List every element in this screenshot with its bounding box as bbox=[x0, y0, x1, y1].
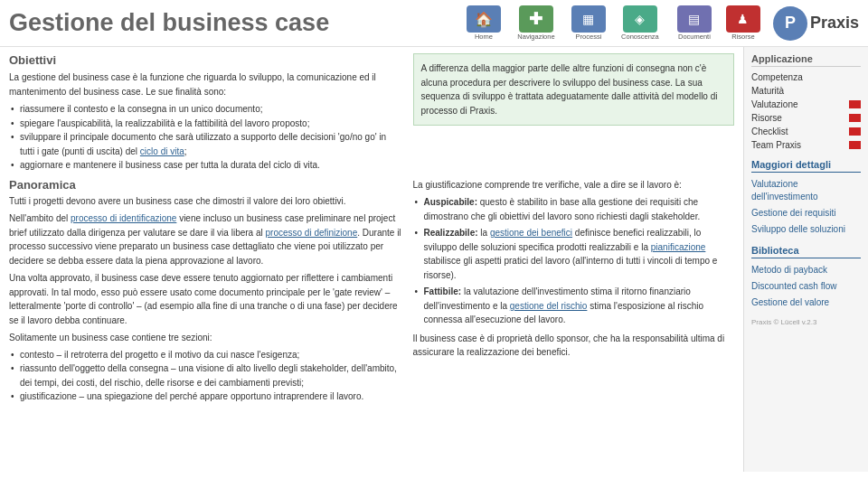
sidebar-checklist[interactable]: Checklist bbox=[751, 125, 861, 138]
obiettivi-intro: La gestione del business case è la funzi… bbox=[9, 70, 402, 99]
sidebar-valutazione[interactable]: Valutazione bbox=[751, 98, 861, 111]
right-sidebar: Applicazione Competenza Maturità Valutaz… bbox=[743, 47, 868, 472]
right-p1: La giustificazione comprende tre verific… bbox=[413, 178, 735, 192]
detail-item-2[interactable]: Sviluppo delle soluzioni bbox=[751, 221, 861, 238]
highlight-box: A differenza della maggior parte delle a… bbox=[413, 53, 735, 126]
bullet-4: • aggiornare e mantenere il business cas… bbox=[9, 158, 402, 173]
proc-def-link[interactable]: processo di definizione bbox=[265, 228, 357, 238]
sidebar-competenza[interactable]: Competenza bbox=[751, 70, 861, 84]
proc-id-link[interactable]: processo di identificazione bbox=[71, 213, 176, 223]
library-item-0[interactable]: Metodo di payback bbox=[751, 262, 861, 278]
sidebar-risorse[interactable]: Risorse bbox=[751, 111, 861, 125]
bullet-1: • riassumere il contesto e la consegna i… bbox=[9, 102, 402, 117]
flag-team-praxis bbox=[849, 141, 861, 149]
library-item-1[interactable]: Discounted cash flow bbox=[751, 278, 861, 295]
ciclo-vita-link[interactable]: ciclo di vita bbox=[140, 146, 184, 156]
panoramica-section: Panoramica Tutti i progetti devono avere… bbox=[9, 178, 734, 404]
nav-home[interactable]: 🏠 Home bbox=[461, 5, 506, 41]
flag-valutazione bbox=[849, 100, 861, 108]
pan-bullet-2: • riassunto dell'oggetto della consegna … bbox=[9, 361, 402, 389]
gestione-benefici-link[interactable]: gestione dei benefici bbox=[490, 228, 572, 238]
flag-risorse bbox=[849, 114, 861, 122]
bullet-3: • sviluppare il principale documento che… bbox=[9, 130, 402, 158]
panoramica-p4: Solitamente un business case contiene tr… bbox=[9, 331, 402, 345]
right-bullet-1: • Auspicabile: questo è stabilito in bas… bbox=[413, 195, 735, 223]
panoramica-p3: Una volta approvato, il business case de… bbox=[9, 271, 402, 327]
page-title: Gestione del business case bbox=[9, 9, 461, 37]
content-area: Obiettivi La gestione del business case … bbox=[0, 47, 743, 472]
praxis-logo: P Praxis bbox=[773, 6, 859, 41]
applicazione-title: Applicazione bbox=[751, 53, 861, 67]
applicazione-section: Applicazione Competenza Maturità Valutaz… bbox=[751, 53, 861, 152]
nav-processi[interactable]: ▦ Processi bbox=[566, 5, 611, 41]
obiettivi-bullets: • riassumere il contesto e la consegna i… bbox=[9, 102, 402, 173]
dettagli-title: Maggiori dettagli bbox=[751, 159, 861, 173]
right-bullet-2: • Realizzabile: la gestione dei benefici… bbox=[413, 226, 735, 282]
nav-conoscenza[interactable]: ◈ Conoscenza bbox=[614, 5, 666, 41]
right-closing: Il business case è di proprietà dello sp… bbox=[413, 332, 735, 360]
sidebar-team-praxis[interactable]: Team Praxis bbox=[751, 138, 861, 152]
right-bullet-3: • Fattibile: la valutazione dell'investi… bbox=[413, 285, 735, 327]
nav-bar: 🏠 Home ✚ Navigazione ▦ Processi ◈ Conosc… bbox=[461, 5, 764, 41]
flag-checklist bbox=[849, 127, 861, 136]
pan-bullet-1: • contesto – il retroterra del progetto … bbox=[9, 348, 402, 362]
panoramica-p1: Tutti i progetti devono avere un busines… bbox=[9, 194, 402, 209]
biblioteca-section: Biblioteca Metodo di payback Discounted … bbox=[751, 245, 861, 311]
panoramica-title: Panoramica bbox=[9, 178, 402, 192]
nav-navigazione[interactable]: ✚ Navigazione bbox=[509, 5, 563, 41]
panoramica-p2: Nell'ambito del processo di identificazi… bbox=[9, 211, 402, 267]
library-item-2[interactable]: Gestione del valore bbox=[751, 295, 861, 311]
bullet-2: • spiegare l'auspicabilità, la realizzab… bbox=[9, 117, 402, 131]
footer-text: Praxis © Lücell v.2.3 bbox=[751, 318, 861, 326]
pianificazione-link[interactable]: pianificazione bbox=[651, 242, 706, 252]
nav-documenti[interactable]: ▤ Documenti bbox=[669, 5, 720, 41]
right-bullets: • Auspicabile: questo è stabilito in bas… bbox=[413, 195, 735, 327]
dettagli-section: Maggiori dettagli Valutazione dell'inves… bbox=[751, 159, 861, 238]
nav-risorse[interactable]: ♟ Risorse bbox=[722, 5, 764, 41]
gestione-rischio-link[interactable]: gestione del rischio bbox=[510, 301, 588, 311]
biblioteca-title: Biblioteca bbox=[751, 245, 861, 258]
detail-item-0[interactable]: Valutazione dell'investimento bbox=[751, 176, 861, 205]
sidebar-maturita[interactable]: Maturità bbox=[751, 84, 861, 98]
pan-bullet-3: • giustificazione – una spiegazione del … bbox=[9, 389, 402, 404]
detail-item-1[interactable]: Gestione dei requisiti bbox=[751, 205, 861, 221]
obiettivi-title: Obiettivi bbox=[9, 53, 402, 67]
panoramica-bullets2: • contesto – il retroterra del progetto … bbox=[9, 348, 402, 404]
